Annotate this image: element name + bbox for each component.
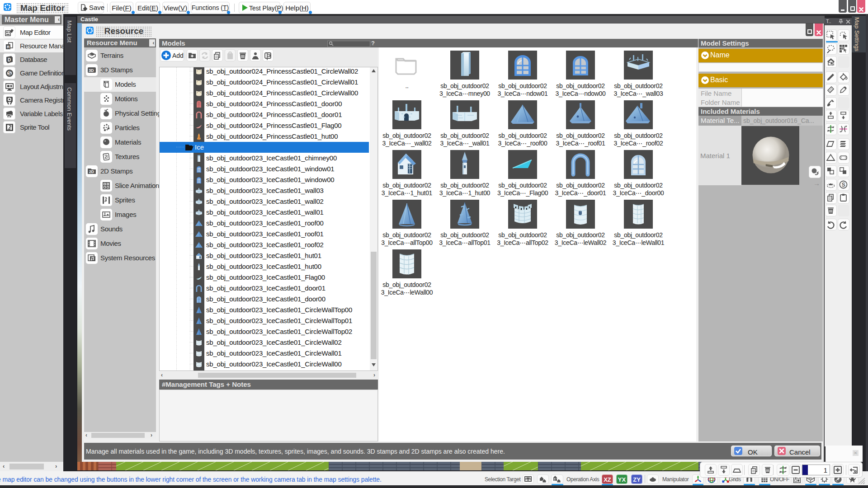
svg-text:D: D bbox=[8, 57, 11, 62]
svg-text:S: S bbox=[842, 182, 845, 188]
svg-text:R: R bbox=[7, 45, 10, 49]
svg-text:2D: 2D bbox=[89, 169, 94, 174]
svg-text:3D: 3D bbox=[89, 68, 94, 73]
svg-text:S: S bbox=[8, 70, 11, 76]
